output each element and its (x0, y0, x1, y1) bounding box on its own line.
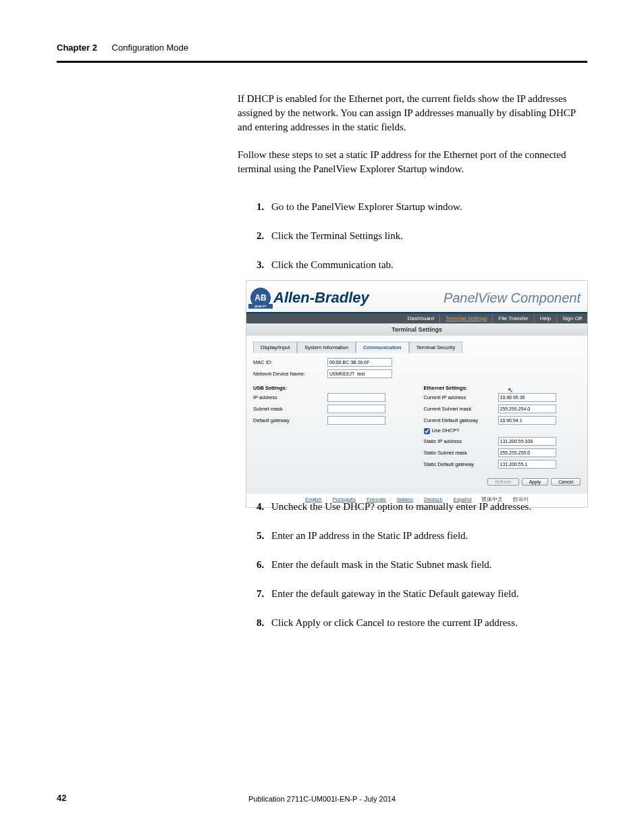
step-2: 2.Click the Terminal Settings link. (257, 229, 587, 243)
step-1: 1.Go to the PanelView Explorer Startup w… (257, 200, 587, 214)
sub-tabs: Display/Input System Information Communi… (253, 341, 581, 353)
tab-file-transfer[interactable]: File Transfer (492, 313, 533, 323)
device-name-field[interactable] (327, 369, 392, 378)
step-7: 7.Enter the default gateway in the Stati… (257, 587, 587, 601)
page-header: Chapter 2 Configuration Mode (57, 43, 587, 53)
cur-gw-field[interactable] (498, 416, 556, 425)
button-row: Refresh Apply Cancel (253, 478, 581, 486)
step-8: 8.Click Apply or click Cancel to restore… (257, 616, 587, 630)
tab-dashboard[interactable]: Dashboard (402, 313, 439, 323)
cur-mask-label: Current Subnet mask (424, 406, 498, 412)
cur-gw-label: Current Default gateway (424, 417, 498, 423)
usb-ip-label: IP address (253, 394, 327, 400)
apply-button[interactable]: Apply (522, 478, 549, 486)
eth-heading: Ethernet Settings: (424, 385, 581, 391)
subtab-terminal-security[interactable]: Terminal Security (409, 342, 463, 353)
use-dhcp-checkbox[interactable] (424, 428, 430, 434)
static-gw-label: Static Default gateway (424, 461, 498, 467)
cur-ip-label: Current IP address (424, 394, 498, 400)
subtab-communication[interactable]: Communication (356, 342, 409, 353)
chapter-label: Chapter 2 (57, 43, 97, 53)
usb-settings-group: USB Settings: IP address Subnet mask Def… (253, 385, 410, 471)
steps-list-b: 4.Uncheck the Use DHCP? option to manual… (257, 500, 587, 645)
cur-ip-field[interactable] (498, 393, 556, 402)
section-heading: Terminal Settings (246, 323, 587, 336)
static-mask-label: Static Subnet mask (424, 450, 498, 456)
refresh-button[interactable]: Refresh (487, 478, 519, 486)
usb-mask-field[interactable] (327, 405, 385, 413)
header-rule (57, 61, 587, 63)
usb-mask-label: Subnet mask (253, 406, 327, 412)
static-mask-field[interactable] (498, 448, 556, 457)
panelview-explorer-ui: AB Allen-Bradley PanelView Component Das… (246, 280, 588, 508)
subtab-system-info[interactable]: System Information (297, 342, 356, 353)
steps-list-a: 1.Go to the PanelView Explorer Startup w… (257, 200, 587, 287)
product-text: PanelView Component (444, 290, 581, 306)
top-nav-tabs: Dashboard Terminal Settings File Transfe… (246, 313, 587, 323)
step-3: 3.Click the Communication tab. (257, 258, 587, 272)
usb-gw-label: Default gateway (253, 417, 327, 423)
ui-header: AB Allen-Bradley PanelView Component (246, 281, 587, 313)
mac-id-field[interactable] (327, 358, 392, 367)
tab-help[interactable]: Help (534, 313, 556, 323)
tab-sign-off[interactable]: Sign Off (556, 313, 587, 323)
step-5: 5.Enter an IP address in the Static IP a… (257, 529, 587, 543)
ab-logo-icon: AB (250, 288, 271, 308)
step-4: 4.Uncheck the Use DHCP? option to manual… (257, 500, 587, 514)
brand-text: Allen-Bradley (273, 289, 369, 307)
intro-para-1: If DHCP is enabled for the Ethernet port… (238, 92, 586, 134)
usb-heading: USB Settings: (253, 385, 410, 391)
usb-ip-field[interactable] (327, 393, 385, 402)
brand-area: AB Allen-Bradley (250, 288, 369, 308)
tab-terminal-settings[interactable]: Terminal Settings (439, 313, 492, 323)
mac-id-label: MAC ID: (253, 359, 327, 365)
cancel-button[interactable]: Cancel (551, 478, 581, 486)
intro-para-2: Follow these steps to set a static IP ad… (238, 148, 586, 176)
section-title: Configuration Mode (112, 43, 188, 53)
dhcp-row: Use DHCP? (424, 427, 498, 434)
static-ip-label: Static IP address (424, 438, 498, 444)
device-name-label: Network Device Name: (253, 371, 327, 377)
subtab-display-input[interactable]: Display/Input (253, 342, 297, 353)
usb-gw-field[interactable] (327, 416, 385, 425)
cur-mask-field[interactable] (498, 405, 556, 413)
publication-info: Publication 2711C-UM001I-EN-P - July 201… (0, 795, 644, 803)
static-ip-field[interactable] (498, 437, 556, 446)
step-6: 6.Enter the default mask in the Static S… (257, 558, 587, 572)
ui-body: Display/Input System Information Communi… (246, 336, 587, 494)
static-gw-field[interactable] (498, 460, 556, 469)
ethernet-settings-group: Ethernet Settings: ↖ Current IP address … (424, 385, 581, 471)
